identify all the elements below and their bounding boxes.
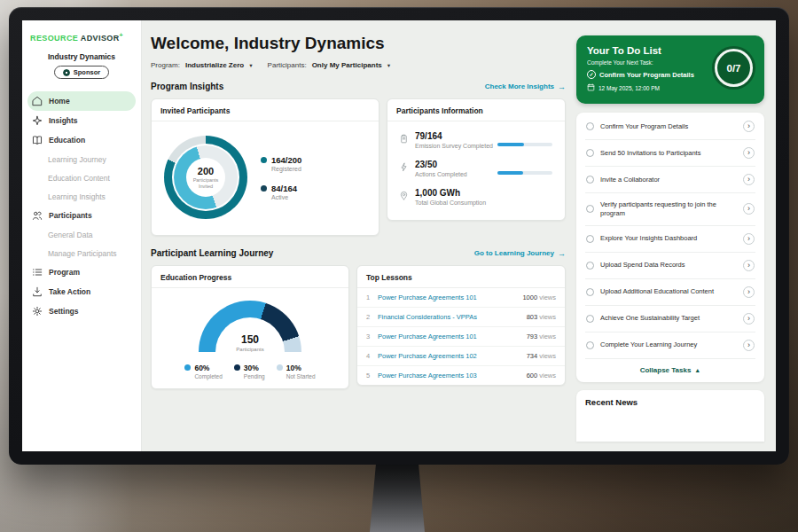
monitor-stand xyxy=(370,459,425,532)
nav-label: Manage Participants xyxy=(48,249,117,258)
nav-label: Participants xyxy=(49,211,92,220)
task-checkbox[interactable] xyxy=(586,149,594,157)
app-logo: RESOURCE ADVISOR+ xyxy=(22,20,141,43)
task-checkbox[interactable] xyxy=(586,205,594,213)
invited-participants-card: Invited Participants 200 Participants In… xyxy=(151,98,379,236)
sponsor-badge[interactable]: Sponsor xyxy=(54,66,109,79)
chevron-right-icon[interactable]: › xyxy=(743,313,755,325)
program-insights-title: Program Insights xyxy=(151,82,223,91)
task-checkbox[interactable] xyxy=(586,176,594,184)
lesson-link[interactable]: Power Purchase Agreements 103 xyxy=(378,372,505,379)
chevron-right-icon[interactable]: › xyxy=(743,286,755,298)
sidebar-item-insights[interactable]: Insights xyxy=(22,111,141,130)
info-row-consumption: 1,000 GWh Total Global Consumption xyxy=(398,188,554,206)
task-row[interactable]: Confirm Your Program Details › xyxy=(585,113,755,140)
task-checkbox[interactable] xyxy=(586,235,594,243)
nav-label: Learning Insights xyxy=(48,192,106,201)
chevron-right-icon[interactable]: › xyxy=(743,174,755,185)
program-select-value: Industrialize Zero xyxy=(185,61,244,69)
task-row[interactable]: Upload Additional Educational Content › xyxy=(585,279,755,306)
lesson-link[interactable]: Power Purchase Agreements 102 xyxy=(378,352,505,360)
sidebar-item-education-content[interactable]: Education Content xyxy=(22,168,141,187)
chevron-right-icon[interactable]: › xyxy=(743,203,755,215)
lesson-row[interactable]: 5 Power Purchase Agreements 103 600 view… xyxy=(357,366,565,385)
task-checkbox[interactable] xyxy=(586,341,594,349)
card-title: Education Progress xyxy=(152,266,348,288)
link-label: Go to Learning Journey xyxy=(474,249,554,257)
todo-summary-card: 0/7 Your To Do List Complete Your Next T… xyxy=(576,35,764,104)
list-icon xyxy=(31,267,43,278)
legend-item-pending: 30% Pending xyxy=(234,364,265,379)
main-content: Welcome, Industry Dynamics Program: Indu… xyxy=(142,20,776,451)
card-title: Invited Participants xyxy=(152,99,379,121)
task-row[interactable]: Send 50 Invitations to Participants › xyxy=(585,140,755,167)
link-label: Check More Insights xyxy=(485,82,554,90)
actions-progress-bar xyxy=(497,171,552,175)
lesson-link[interactable]: Power Purchase Agreements 101 xyxy=(378,293,505,301)
legend-item-not-started: 10% Not Started xyxy=(277,364,316,379)
task-checkbox[interactable] xyxy=(586,315,594,323)
todo-progress-circle: 0/7 xyxy=(715,49,753,87)
lesson-row[interactable]: 3 Power Purchase Agreements 101 793 view… xyxy=(357,327,565,347)
emission-progress-bar xyxy=(497,143,552,146)
task-checkbox[interactable] xyxy=(586,262,594,270)
check-more-insights-link[interactable]: Check More Insights → xyxy=(485,82,566,91)
task-row[interactable]: Upload Spend Data Records › xyxy=(585,253,755,279)
invited-donut-chart: 200 Participants Invited xyxy=(164,136,247,219)
info-row-emission-survey: 79/164 Emission Survey Completed xyxy=(398,131,554,149)
education-progress-card: Education Progress 150 Participants xyxy=(151,265,349,389)
chevron-right-icon[interactable]: › xyxy=(743,340,755,351)
collapse-tasks-link[interactable]: Collapse Tasks ▲ xyxy=(585,359,755,379)
clipboard-icon xyxy=(398,134,410,144)
program-filter-label: Program: xyxy=(151,61,180,69)
chevron-right-icon[interactable]: › xyxy=(743,121,755,132)
program-insights-cards: Invited Participants 200 Participants In… xyxy=(151,98,566,236)
filter-bar: Program: Industrialize Zero ▼ Participan… xyxy=(151,61,566,69)
lesson-link[interactable]: Financial Considerations - VPPAs xyxy=(378,313,505,321)
nav-label: General Data xyxy=(48,231,93,239)
task-row[interactable]: Invite a Collaborator › xyxy=(585,167,755,193)
legend-item-active: 84/164 Active xyxy=(261,184,301,200)
sponsor-icon xyxy=(63,69,70,76)
task-row[interactable]: Achieve One Sustainability Target › xyxy=(585,306,755,332)
legend-dot xyxy=(261,185,267,192)
info-row-actions: 23/50 Actions Completed xyxy=(398,160,554,177)
go-to-learning-journey-link[interactable]: Go to Learning Journey → xyxy=(474,249,566,258)
sidebar-item-settings[interactable]: Settings xyxy=(22,301,141,321)
sidebar-item-learning-journey[interactable]: Learning Journey xyxy=(22,150,141,168)
task-row[interactable]: Explore Your Insights Dashboard › xyxy=(585,226,755,253)
task-row[interactable]: Complete Your Learning Journey › xyxy=(585,332,755,359)
chevron-up-icon: ▲ xyxy=(694,367,700,373)
task-checkbox[interactable] xyxy=(586,122,594,130)
participants-select[interactable]: Only My Participants ▼ xyxy=(312,61,392,69)
sidebar-item-manage-participants[interactable]: Manage Participants xyxy=(22,244,141,262)
arrow-right-icon: → xyxy=(558,249,566,258)
education-gauge-chart: 150 Participants xyxy=(199,301,301,352)
scene: RESOURCE ADVISOR+ Industry Dynamics Spon… xyxy=(0,0,798,532)
chevron-right-icon[interactable]: › xyxy=(743,147,755,159)
lesson-row[interactable]: 1 Power Purchase Agreements 101 1000 vie… xyxy=(357,288,565,308)
lesson-row[interactable]: 2 Financial Considerations - VPPAs 803 v… xyxy=(357,308,565,327)
sidebar-item-learning-insights[interactable]: Learning Insights xyxy=(22,187,141,206)
lesson-link[interactable]: Power Purchase Agreements 101 xyxy=(378,332,505,340)
chevron-right-icon[interactable]: › xyxy=(743,233,755,245)
top-lessons-card: Top Lessons 1 Power Purchase Agreements … xyxy=(356,265,566,386)
legend-item-registered: 164/200 Registered xyxy=(261,155,301,172)
todo-progress-value: 0/7 xyxy=(727,63,741,74)
sidebar-item-program[interactable]: Program xyxy=(22,262,141,282)
legend-dot xyxy=(184,364,191,371)
sidebar-item-education[interactable]: Education xyxy=(22,130,141,150)
task-checkbox[interactable] xyxy=(586,288,594,296)
arrow-right-icon: → xyxy=(558,82,566,91)
task-row[interactable]: Verify participants requesting to join t… xyxy=(585,193,755,226)
program-select[interactable]: Industrialize Zero ▼ xyxy=(185,61,254,69)
sidebar-item-take-action[interactable]: Take Action xyxy=(22,282,141,301)
insights-icon xyxy=(31,115,43,127)
sidebar-item-participants[interactable]: Participants xyxy=(22,206,141,225)
nav-label: Take Action xyxy=(49,287,90,296)
todo-title: Your To Do List xyxy=(587,45,709,56)
chevron-right-icon[interactable]: › xyxy=(743,260,755,271)
sidebar-item-general-data[interactable]: General Data xyxy=(22,225,141,244)
sidebar-item-home[interactable]: Home xyxy=(27,91,136,111)
lesson-row[interactable]: 4 Power Purchase Agreements 102 734 view… xyxy=(357,347,565,366)
